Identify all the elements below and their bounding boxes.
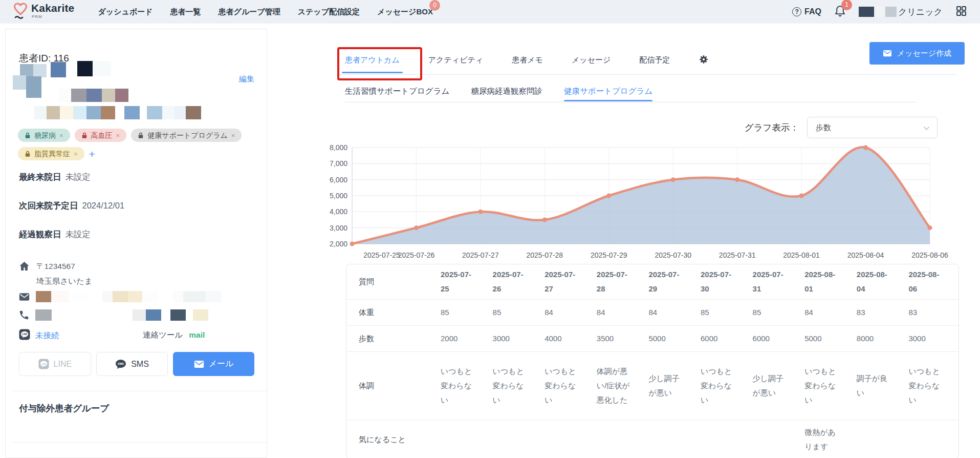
- date-column-header: 2025-​07-25: [439, 264, 491, 299]
- patient-tag[interactable]: 健康サポートプログラム×: [131, 129, 242, 142]
- tabs-divider: [338, 74, 957, 75]
- outcome-table: 質問2025-​07-252025-​07-262025-​07-272025-…: [346, 264, 959, 458]
- line-message-button[interactable]: LINE LINE: [19, 352, 91, 376]
- patient-tag[interactable]: 脂質異常症×: [18, 147, 84, 160]
- tag-label: 高血圧: [91, 132, 113, 139]
- faq-link[interactable]: ? FAQ: [792, 7, 821, 16]
- table-cell: 85: [699, 302, 751, 323]
- patient-tag[interactable]: 高血圧×: [75, 129, 127, 142]
- excluded-group-heading: 付与除外患者グループ: [19, 402, 109, 414]
- redacted-block: [876, 7, 884, 17]
- table-cell: [751, 436, 803, 443]
- app-subtitle: PRM: [32, 15, 74, 19]
- graph-display-control: グラフ表示： 歩数: [745, 117, 938, 138]
- y-tick-label: 2,000: [330, 240, 347, 248]
- graph-select-value: 歩数: [816, 123, 923, 133]
- nav-item-患者一覧[interactable]: 患者一覧: [170, 7, 201, 17]
- redacted-blocks: [133, 309, 208, 323]
- x-tick-label: 2025-07-25: [363, 251, 400, 259]
- subtab-生活習慣サポートプログラム[interactable]: 生活習慣サポートプログラム: [345, 86, 449, 101]
- tag-remove-icon[interactable]: ×: [116, 132, 120, 139]
- y-tick-label: 5,000: [330, 192, 347, 200]
- table-cell: いつもと変わらない: [906, 361, 959, 410]
- table-cell: いつもと変わらない: [699, 361, 751, 410]
- contact-tool-value: mail: [189, 330, 205, 339]
- subtab-糖尿病経過観察問診[interactable]: 糖尿病経過観察問診: [471, 86, 542, 101]
- nav-item-メッセージBOX[interactable]: メッセージBOX0: [377, 7, 433, 17]
- table-cell: 84: [802, 302, 855, 323]
- date-column-header: 2025-​08-04: [855, 264, 907, 299]
- table-cell: 8000: [855, 328, 907, 349]
- x-tick-label: 2025-07-26: [398, 251, 435, 259]
- tag-remove-icon[interactable]: ×: [74, 151, 78, 157]
- notifications-bell[interactable]: 1: [835, 5, 845, 19]
- table-cell: 3500: [595, 328, 647, 349]
- tab-メッセージ[interactable]: メッセージ: [572, 55, 611, 73]
- subtab-健康サポートプログラム[interactable]: 健康サポートプログラム: [564, 86, 652, 101]
- table-cell: 6000: [699, 328, 751, 349]
- date-column-header: 2025-​07-29: [646, 264, 699, 299]
- row-label: 体重: [346, 302, 439, 323]
- edit-patient-link[interactable]: 編集: [239, 74, 254, 84]
- chevron-down-icon: [923, 123, 930, 132]
- compose-message-button[interactable]: メッセージ作成: [869, 42, 965, 65]
- table-cell: 85: [751, 302, 803, 323]
- tab-アクティビティ[interactable]: アクティビティ: [428, 55, 483, 73]
- patient-phone-row: [19, 310, 253, 322]
- field-value: 未設定: [66, 172, 91, 181]
- svg-text:SMS: SMS: [118, 362, 124, 365]
- tab-患者アウトカム[interactable]: 患者アウトカム: [345, 55, 400, 73]
- field-value: 2024/12/01: [82, 201, 125, 210]
- tab-配信予定[interactable]: 配信予定: [639, 55, 670, 73]
- patient-tag[interactable]: 糖尿病×: [18, 129, 70, 142]
- clinic-account[interactable]: クリニック: [859, 6, 943, 18]
- table-cell: 85: [439, 302, 491, 323]
- column-header: 質問: [346, 272, 439, 292]
- date-column-header: 2025-​07-30: [699, 264, 751, 299]
- apps-grid-icon[interactable]: [956, 6, 967, 18]
- x-tick-label: 2025-07-29: [591, 251, 627, 259]
- nav-item-ステップ配信設定[interactable]: ステップ配信設定: [298, 7, 360, 17]
- table-cell: いつもと変わらない: [439, 361, 491, 410]
- nav-item-ダッシュボード[interactable]: ダッシュボード: [98, 7, 153, 17]
- y-tick-label: 8,000: [330, 143, 347, 152]
- nav-right: ? FAQ 1 クリニック: [792, 5, 967, 19]
- date-column-header: 2025-​07-28: [595, 264, 647, 299]
- table-cell: 5000: [802, 328, 855, 349]
- graph-display-label: グラフ表示：: [745, 121, 799, 134]
- table-cell: いつもと変わらない: [802, 361, 855, 410]
- nav-item-患者グループ管理[interactable]: 患者グループ管理: [219, 7, 280, 17]
- mail-message-button[interactable]: メール: [173, 352, 254, 376]
- graph-display-select[interactable]: 歩数: [807, 117, 938, 138]
- data-point: [542, 218, 547, 222]
- nav-item-badge: 0: [429, 0, 440, 11]
- table-cell: 83: [906, 302, 959, 323]
- patient-info-panel: 患者ID: 116 編集 糖尿病×高血圧×健康サポートプログラム×脂質異常症×+…: [5, 29, 267, 458]
- x-tick-label: 2025-08-01: [783, 251, 820, 259]
- table-cell: [595, 436, 647, 443]
- field-label: 経過観察日: [19, 230, 61, 239]
- x-tick-label: 2025-07-30: [655, 251, 691, 259]
- divider: [12, 391, 267, 391]
- postal-code: 〒1234567: [36, 262, 75, 270]
- table-cell: 体調が悪い/症状が悪化した: [595, 361, 647, 410]
- app-logo[interactable]: Kakarite PRM: [13, 3, 74, 22]
- redacted-block: [859, 7, 874, 17]
- lock-icon: [81, 132, 88, 139]
- tag-remove-icon[interactable]: ×: [59, 132, 63, 139]
- outcome-chart: 2,0003,0004,0005,0006,0007,0008,0002025-…: [338, 142, 939, 263]
- faq-label: FAQ: [804, 7, 821, 16]
- add-tag-button[interactable]: +: [89, 149, 95, 159]
- detail-tabs: 患者アウトカムアクティビティ患者メモメッセージ配信予定: [345, 55, 709, 73]
- patient-address: 〒1234567 埼玉県さいたま: [19, 259, 93, 289]
- tag-remove-icon[interactable]: ×: [231, 132, 235, 139]
- settings-gear-icon[interactable]: [699, 54, 709, 67]
- table-row: 体重85858484848585848383: [346, 299, 959, 325]
- table-cell: [855, 436, 907, 443]
- sms-message-button[interactable]: SMS SMS: [96, 352, 168, 376]
- line-status-link[interactable]: 未接続: [35, 330, 59, 341]
- tab-患者メモ[interactable]: 患者メモ: [512, 55, 543, 73]
- table-cell: 83: [855, 302, 907, 323]
- tag-label: 糖尿病: [34, 132, 56, 139]
- patient-field: 最終来院日未設定: [19, 172, 91, 183]
